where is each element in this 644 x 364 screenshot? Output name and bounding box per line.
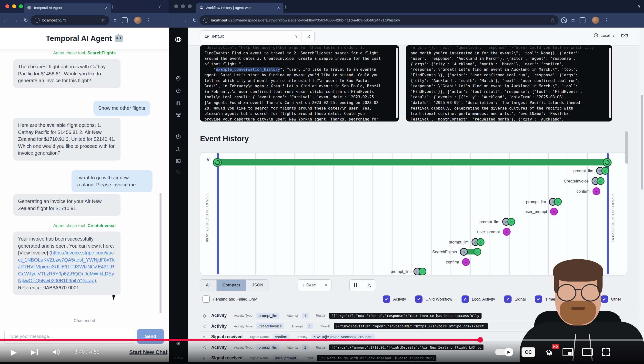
import-icon[interactable] xyxy=(176,146,181,152)
fullscreen-icon[interactable] xyxy=(602,348,610,356)
close-tab-icon[interactable]: ✕ xyxy=(105,6,108,10)
open-namespace-icon[interactable] xyxy=(302,31,314,42)
view-mode-segmented-control[interactable]: All Compact JSON xyxy=(200,279,269,291)
checkbox-checked[interactable]: ✓ xyxy=(462,296,469,303)
close-tab-icon[interactable]: ✕ xyxy=(277,6,280,10)
filter-activity[interactable]: ✓Activity xyxy=(383,296,406,303)
activity-completed-marker[interactable]: ◇ xyxy=(601,167,609,175)
timeline-event[interactable]: prompt_llm ◇◇ xyxy=(526,198,562,206)
timeline-event[interactable]: prompt_llm ◇◇ xyxy=(573,167,609,175)
window-controls[interactable] xyxy=(174,4,192,8)
signal-marker[interactable]: ◈ xyxy=(550,208,558,216)
workflow-input-json[interactable]: "description": "Help the user gather arg… xyxy=(200,46,399,122)
workflows-icon[interactable] xyxy=(176,76,181,81)
activity-completed-marker[interactable]: ◇ xyxy=(597,177,604,185)
timeline-event[interactable]: prompt_llm ◇◇ xyxy=(390,268,426,276)
extension-icon[interactable] xyxy=(580,17,586,23)
minimize-window-button[interactable] xyxy=(12,4,16,8)
autoplay-toggle[interactable]: ▶ xyxy=(495,349,512,355)
workflow-span-bar[interactable] xyxy=(217,159,608,166)
schedules-clock-icon[interactable] xyxy=(176,88,181,94)
checkbox-checked[interactable]: ✓ xyxy=(504,296,512,303)
miniplayer-icon[interactable] xyxy=(562,348,573,356)
progress-bar-remaining[interactable] xyxy=(483,339,644,341)
workflow-end-marker[interactable] xyxy=(603,158,612,167)
labs-glasses-icon[interactable] xyxy=(621,33,628,38)
namespaces-cube-icon[interactable] xyxy=(176,134,181,140)
checkbox-checked[interactable]: ✓ xyxy=(383,296,390,303)
chat-scrollbar[interactable] xyxy=(160,193,162,313)
extension-c-icon[interactable]: C: xyxy=(572,18,576,22)
activity-completed-marker[interactable]: ◇ xyxy=(418,268,426,276)
window-controls[interactable] xyxy=(5,4,23,8)
browser-tab[interactable]: Temporal AI Agent ✕ xyxy=(24,3,111,13)
view-all-button[interactable]: All xyxy=(200,280,216,291)
namespace-selector[interactable]: default ∨ xyxy=(200,30,315,42)
sort-chevron-icon[interactable]: ∨ xyxy=(320,280,332,291)
activity-completed-marker[interactable]: ◇ xyxy=(477,238,484,246)
profile-avatar[interactable] xyxy=(592,16,599,24)
activity-completed-marker[interactable]: ◇ xyxy=(474,248,481,256)
timeline-event[interactable]: prompt_llm ◇◇ xyxy=(448,238,484,246)
checkbox-checked[interactable]: ✓ xyxy=(415,296,422,303)
labs-card-icon[interactable] xyxy=(176,158,181,164)
site-info-icon[interactable]: i xyxy=(35,18,40,23)
pending-failed-filter[interactable]: Pending and Failed Only xyxy=(202,296,257,303)
view-compact-button[interactable]: Compact xyxy=(216,280,246,291)
filter-child-workflow[interactable]: ✓Child Workflow xyxy=(415,296,452,303)
new-tab-button[interactable]: + xyxy=(111,4,115,10)
reload-icon[interactable]: ↻ xyxy=(192,17,197,23)
timeline-event[interactable]: user_prompt ◈ xyxy=(477,228,510,236)
activity-completed-marker[interactable]: ◇ xyxy=(508,218,515,226)
minimize-window-button[interactable] xyxy=(181,4,185,8)
panel-scrollbar[interactable] xyxy=(625,131,628,164)
activity-completed-marker[interactable]: ◇ xyxy=(554,198,562,206)
timezone-selector[interactable]: Local ∨ xyxy=(594,33,615,38)
collapse-chevron-icon[interactable]: ∨ xyxy=(206,156,210,163)
browser-menu-icon[interactable]: ⋮ xyxy=(604,17,609,23)
forward-icon[interactable]: → xyxy=(13,17,18,23)
page-scrollbar-thumb[interactable] xyxy=(641,95,643,190)
timeline-event[interactable]: user_prompt ◈ xyxy=(524,208,558,216)
tab-list-chevron-icon[interactable]: ∨ xyxy=(638,4,640,8)
pause-button[interactable] xyxy=(350,280,362,291)
signal-marker[interactable]: ◈ xyxy=(592,187,600,195)
archive-icon[interactable] xyxy=(176,112,181,118)
timeline-event[interactable]: confirm ◈ xyxy=(446,258,470,266)
batch-layers-icon[interactable] xyxy=(176,100,181,106)
checkbox-unchecked[interactable] xyxy=(202,296,210,303)
site-info-icon[interactable]: i xyxy=(204,18,208,23)
timeline-event[interactable]: SearchFlights ◇◇ xyxy=(432,248,481,256)
sort-order-button[interactable]: ↓Desc ∨ xyxy=(298,279,332,291)
bookmark-star-icon[interactable]: ☆ xyxy=(101,17,106,23)
profile-avatar[interactable] xyxy=(134,16,142,24)
blocked-content-icon[interactable] xyxy=(561,17,567,23)
playback-buttons[interactable] xyxy=(349,279,376,291)
settings-button[interactable]: HD xyxy=(544,348,553,356)
progress-bar-played[interactable] xyxy=(0,339,480,341)
signal-marker[interactable]: ◈ xyxy=(503,228,510,236)
maximize-window-button[interactable] xyxy=(188,4,192,8)
play-icon[interactable]: ▶ xyxy=(11,348,17,357)
address-bar[interactable]: i localhost:8233/namespaces/default/work… xyxy=(200,15,558,25)
address-bar[interactable]: i localhost:5173 ☆ xyxy=(31,15,109,25)
back-icon[interactable]: ← xyxy=(3,17,8,23)
timeline-event[interactable]: prompt_llm ◇◇ xyxy=(479,218,515,226)
temporal-logo[interactable] xyxy=(175,36,182,43)
theater-mode-icon[interactable] xyxy=(582,348,593,356)
browser-tab[interactable]: Workflow History | agent-wor ✕ xyxy=(196,3,284,13)
timeline-event[interactable]: CreateInvoice ◇◇ xyxy=(564,177,604,185)
forward-icon[interactable]: → xyxy=(182,17,187,23)
view-json-button[interactable]: JSON xyxy=(246,280,269,291)
next-video-icon[interactable]: ▶ xyxy=(31,348,38,356)
back-icon[interactable]: ← xyxy=(172,17,176,23)
code-scrollbar[interactable] xyxy=(396,48,398,118)
feedback-heart-icon[interactable]: ♡ xyxy=(176,169,181,176)
code-scrollbar[interactable] xyxy=(609,48,611,118)
tab-list-chevron-icon[interactable]: ∨ xyxy=(158,4,161,8)
captions-button[interactable]: CC xyxy=(522,348,535,357)
extension-icon[interactable] xyxy=(122,17,128,23)
timeline-event[interactable]: confirm ◈ xyxy=(576,187,600,195)
activity-scheduled-marker[interactable]: ◇ xyxy=(460,248,468,256)
workflow-start-marker[interactable] xyxy=(213,158,222,167)
